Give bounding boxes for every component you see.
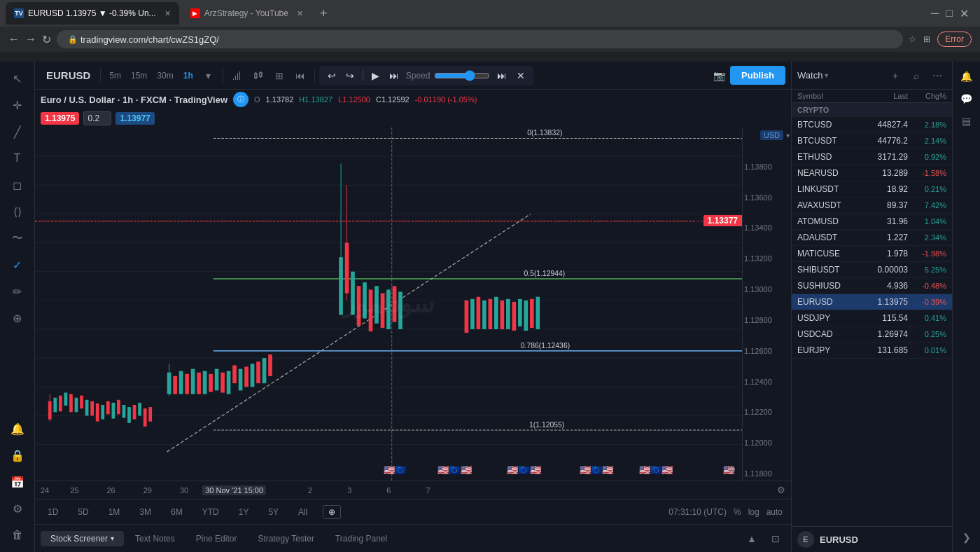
tf-5m[interactable]: 5m (105, 69, 125, 83)
trash-tool[interactable]: 🗑 (6, 524, 29, 546)
patterns-tool[interactable]: 〜 (6, 227, 29, 249)
replay-close-button[interactable]: ✕ (514, 69, 528, 83)
alerts-icon[interactable]: 🔔 (958, 67, 976, 85)
tab-youtube[interactable]: ▶ ArzStrategy - YouTube ✕ (182, 2, 312, 25)
star-icon[interactable]: ☆ (909, 34, 916, 44)
watchlist-item-linkusdt[interactable]: LINKUSDT 18.92 0.21% (792, 181, 952, 198)
watchlist-item-btcusdt[interactable]: BTCUSDT 44776.2 2.14% (792, 133, 952, 149)
minimize-button[interactable]: ─ (931, 7, 939, 20)
url-field[interactable]: 🔒 tradingview.com/chart/cwZS1gZQ/ (57, 30, 903, 48)
tf-dropdown[interactable]: ▾ (199, 66, 218, 85)
watchlist-item-usdjpy[interactable]: USDJPY 115.54 0.41% (792, 310, 952, 326)
watchlist-item-adausdt[interactable]: ADAUSDT 1.227 2.34% (792, 230, 952, 246)
log-toggle[interactable]: log (748, 507, 760, 517)
collapse-panel-btn[interactable]: ▲ (742, 529, 762, 548)
settings-tool[interactable]: ⚙ (6, 497, 29, 520)
tab-strategy-tester[interactable]: Strategy Tester (248, 531, 323, 546)
watchlist-item-atomusd[interactable]: ATOMUSD 31.96 1.04% (792, 214, 952, 230)
refresh-button[interactable]: ↻ (42, 33, 51, 46)
data-window-icon[interactable]: ▤ (958, 112, 976, 130)
watchlist-item-btcusd[interactable]: BTCUSD 44827.4 2.18% (792, 117, 952, 133)
tab-text-notes[interactable]: Text Notes (125, 531, 185, 546)
redo-button[interactable]: ↪ (343, 69, 357, 83)
screenshot-btn[interactable]: 📷 (709, 66, 729, 85)
fib-tool[interactable]: ⟨⟩ (6, 200, 29, 223)
watchlist-item-eurusd[interactable]: EURUSD 1.13975 -0.39% (792, 294, 952, 310)
publish-button[interactable]: Publish (730, 66, 785, 85)
tf-1h[interactable]: 1h (179, 69, 197, 83)
tab-close-youtube[interactable]: ✕ (297, 9, 303, 18)
time-axis-settings[interactable]: ⚙ (777, 485, 785, 495)
watchlist-item-maticuse[interactable]: MATICUSE 1.978 -1.98% (792, 246, 952, 262)
tab-close-tradingview[interactable]: ✕ (164, 9, 171, 18)
checkmark-tool[interactable]: ✓ (6, 254, 29, 276)
indicators-btn[interactable] (227, 66, 247, 85)
compare-button[interactable]: ⊕ (323, 505, 341, 519)
chart-canvas[interactable]: سوداموز (35, 127, 742, 481)
watchlist-item-nearusd[interactable]: NEARUSD 13.289 -1.58% (792, 165, 952, 181)
watchlist-button[interactable]: Watch ▾ (797, 70, 828, 81)
speed-slider[interactable] (434, 70, 490, 81)
tab-tradingview[interactable]: TV EURUSD 1.13975 ▼ -0.39% Un... ✕ (6, 2, 179, 25)
info-icon[interactable]: ⓘ (233, 92, 248, 107)
svg-rect-80 (393, 286, 397, 322)
watchlist-item-shibusdt[interactable]: SHIBUSDT 0.00003 5.25% (792, 262, 952, 278)
tf-5y[interactable]: 5Y (264, 506, 283, 518)
tf-1d[interactable]: 1D (43, 506, 62, 518)
zoom-tool[interactable]: ⊕ (6, 307, 29, 329)
symbol-selector[interactable]: EURUSD (41, 69, 96, 81)
play-button[interactable]: ▶ (369, 69, 382, 83)
undo-button[interactable]: ↩ (325, 69, 339, 83)
tab-pine-editor[interactable]: Pine Editor (186, 531, 247, 546)
tf-30m[interactable]: 30m (153, 69, 177, 83)
tab-trading-panel[interactable]: Trading Panel (326, 531, 397, 546)
error-button[interactable]: Error (937, 32, 972, 47)
tf-1m[interactable]: 1M (104, 506, 125, 518)
step-forward-button[interactable]: ⏭ (386, 69, 402, 83)
tf-5d[interactable]: 5D (74, 506, 92, 518)
svg-rect-94 (536, 297, 540, 329)
watchlist-item-usdcad[interactable]: USDCAD 1.26974 0.25% (792, 326, 952, 343)
tf-1y[interactable]: 1Y (234, 506, 253, 518)
price-input[interactable] (83, 111, 111, 125)
crosshair-tool[interactable]: ✛ (6, 94, 29, 116)
watchlist-item-avaxusdt[interactable]: AVAXUSDT 89.37 7.42% (792, 198, 952, 214)
watchlist-item-ethusd[interactable]: ETHUSD 3171.29 0.92% (792, 149, 952, 165)
alert-tool[interactable]: 🔔 (6, 418, 29, 440)
add-symbol-icon[interactable]: + (886, 67, 904, 85)
currency-selector[interactable]: USD ▾ (744, 130, 790, 140)
replay-btn[interactable]: ⏮ (290, 66, 310, 85)
watchlist-item-eurjpy[interactable]: EURJPY 131.685 0.01% (792, 343, 952, 359)
tf-6m[interactable]: 6M (167, 506, 187, 518)
shapes-tool[interactable]: ◻ (6, 174, 29, 196)
text-tool[interactable]: T (6, 147, 29, 170)
fullscreen-panel-btn[interactable]: ⊡ (766, 529, 785, 548)
search-symbol-icon[interactable]: ⌕ (907, 67, 925, 85)
watchlist-item-sushiusd[interactable]: SUSHIUSD 4.936 -0.48% (792, 278, 952, 294)
tf-ytd[interactable]: YTD (198, 506, 223, 518)
maximize-button[interactable]: □ (946, 7, 953, 20)
tf-3m[interactable]: 3M (135, 506, 155, 518)
chart-type-btn[interactable] (248, 66, 268, 85)
watchlist-settings-icon[interactable]: ⋯ (928, 67, 946, 85)
tf-15m[interactable]: 15m (127, 69, 151, 83)
percent-toggle[interactable]: % (734, 507, 741, 517)
close-button[interactable]: ✕ (960, 7, 969, 20)
cursor-tool[interactable]: ↖ (6, 67, 29, 90)
new-tab-button[interactable]: + (314, 6, 333, 21)
back-button[interactable]: ← (8, 33, 20, 46)
calendar-tool[interactable]: 📅 (6, 471, 29, 493)
auto-toggle[interactable]: auto (766, 507, 783, 517)
chart-settings-icon[interactable]: ⚙ (727, 464, 736, 475)
brush-tool[interactable]: ✏ (6, 280, 29, 303)
overlays-btn[interactable]: ⊞ (270, 66, 289, 85)
extensions-icon[interactable]: ⊞ (923, 34, 930, 44)
right-sidebar-collapse[interactable]: ❯ (958, 528, 976, 546)
replay-end-button[interactable]: ⏭ (494, 69, 510, 83)
tf-all[interactable]: All (294, 506, 312, 518)
tab-stock-screener[interactable]: Stock Screener ▾ (41, 531, 124, 546)
trend-line-tool[interactable]: ╱ (6, 120, 29, 143)
chat-icon[interactable]: 💬 (958, 90, 976, 108)
lock-tool[interactable]: 🔒 (6, 444, 29, 467)
forward-button[interactable]: → (25, 33, 36, 46)
